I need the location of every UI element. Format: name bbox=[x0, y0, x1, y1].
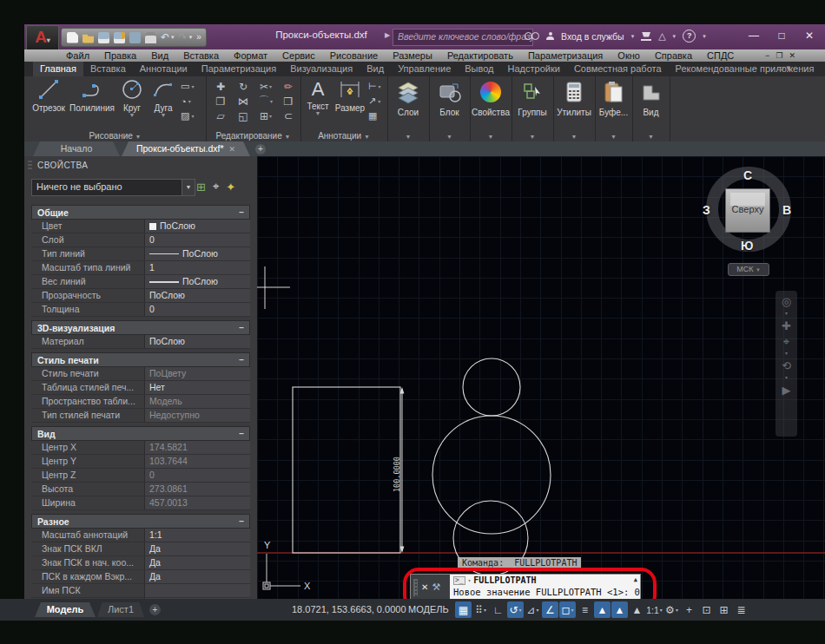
ribbon-tab[interactable]: Главная bbox=[33, 62, 83, 76]
property-row[interactable]: Таблица стилей печ...Нет bbox=[31, 381, 250, 395]
chevron-down-icon[interactable]: ▾ bbox=[673, 33, 676, 40]
collapse-icon[interactable]: − bbox=[239, 429, 244, 438]
doc-close-icon[interactable]: ✕ bbox=[789, 51, 795, 60]
chevron-down-icon[interactable]: ▾ bbox=[191, 113, 194, 119]
annotation-scale-button[interactable]: 1:1▾ bbox=[646, 601, 663, 618]
dim-style-button[interactable]: ⊢▾ bbox=[368, 79, 381, 94]
collapse-icon[interactable]: − bbox=[239, 207, 244, 217]
ellipse-button[interactable]: ◔▾ bbox=[181, 94, 194, 108]
help-search-input[interactable]: Введите ключевое слово/фразу bbox=[393, 29, 533, 46]
viewcube-south[interactable]: Ю bbox=[741, 239, 753, 253]
new-layout-button[interactable]: + bbox=[149, 604, 161, 615]
close-button[interactable]: ✕ bbox=[795, 25, 823, 46]
doc-minimize-icon[interactable]: − bbox=[765, 51, 769, 60]
showmotion-icon[interactable]: ▶ bbox=[782, 384, 791, 396]
chevron-down-icon[interactable]: ▾ bbox=[537, 607, 539, 613]
ribbon-tab[interactable]: Вывод bbox=[458, 62, 500, 76]
quick-select-icon[interactable]: ✦ bbox=[226, 181, 235, 194]
panel-label-draw[interactable]: Рисование ▼ bbox=[24, 131, 206, 141]
menu-item[interactable]: Правка bbox=[104, 50, 136, 61]
navigation-wheel-icon[interactable]: ◎ bbox=[782, 296, 791, 307]
property-row[interactable]: Высота273.0861 bbox=[31, 483, 250, 496]
menu-item[interactable]: Файл bbox=[66, 50, 89, 61]
chevron-down-icon[interactable]: ▾ bbox=[188, 98, 191, 104]
toggle-pickadd-icon[interactable]: ⊞ bbox=[196, 181, 206, 194]
property-row[interactable]: Слой0 bbox=[31, 233, 250, 247]
menu-item[interactable]: Вставка bbox=[183, 50, 219, 61]
ribbon-tab[interactable]: Аннотации bbox=[133, 62, 195, 76]
open-icon[interactable] bbox=[82, 32, 94, 43]
chevron-down-icon[interactable]: ▾ bbox=[379, 83, 381, 89]
chevron-down-icon[interactable]: ▼ bbox=[632, 134, 670, 140]
workspace-button[interactable]: ⚙▾ bbox=[663, 601, 680, 618]
scale-button[interactable]: ◱ bbox=[232, 108, 254, 123]
menu-item[interactable]: Формат bbox=[234, 50, 267, 61]
redo-icon[interactable]: ↷ bbox=[179, 32, 188, 43]
chevron-down-icon[interactable]: ▼ bbox=[553, 134, 595, 140]
model-space-label[interactable]: МОДЕЛЬ bbox=[408, 599, 449, 621]
chevron-down-icon[interactable]: ▼ bbox=[470, 134, 512, 140]
line-button[interactable]: Отрезок bbox=[30, 78, 68, 113]
zoom-icon[interactable]: ⌖ bbox=[783, 336, 789, 347]
save-as-icon[interactable] bbox=[114, 32, 125, 43]
chevron-down-icon[interactable]: ▾ bbox=[484, 607, 486, 613]
panel-view[interactable]: Вид ▼ bbox=[632, 76, 670, 141]
file-tab-start[interactable]: Начало bbox=[33, 141, 120, 156]
menu-item[interactable]: Окно bbox=[617, 50, 640, 61]
chevron-down-icon[interactable]: ▾ bbox=[171, 34, 175, 41]
rectangle-entity[interactable] bbox=[293, 387, 400, 553]
stretch-button[interactable]: ▱ bbox=[209, 108, 232, 123]
more-commands-icon[interactable]: » bbox=[196, 32, 201, 43]
menu-item[interactable]: Размеры bbox=[393, 50, 432, 61]
snap-button[interactable]: ⠿▾ bbox=[472, 601, 489, 618]
erase-button[interactable]: ✏ bbox=[277, 79, 300, 94]
polar-tracking-button[interactable]: ↺▾ bbox=[507, 601, 524, 618]
circle-middle[interactable] bbox=[432, 416, 551, 534]
property-row[interactable]: Толщина0 bbox=[31, 303, 250, 317]
panel-block[interactable]: Блок ▼ bbox=[429, 76, 471, 141]
customization-button[interactable]: ≣ bbox=[733, 601, 749, 618]
panel-groups[interactable]: Группы ▼ bbox=[512, 76, 554, 141]
search-flyout-icon[interactable]: ▶ bbox=[385, 31, 390, 39]
rectangle-button[interactable]: ▭▾ bbox=[181, 79, 194, 94]
sign-in-button[interactable]: Вход в службы bbox=[561, 31, 624, 42]
chevron-down-icon[interactable]: ▾ bbox=[519, 607, 522, 613]
crosshair-button[interactable]: + bbox=[681, 601, 697, 618]
collapse-icon[interactable]: − bbox=[239, 516, 244, 526]
ribbon-tab[interactable]: Параметризация bbox=[195, 62, 283, 76]
save-icon[interactable] bbox=[98, 32, 109, 43]
minimize-button[interactable]: — bbox=[740, 25, 768, 46]
doc-restore-icon[interactable]: ❐ bbox=[776, 51, 782, 60]
viewcube-top-face[interactable]: Сверху bbox=[725, 188, 770, 233]
viewcube-north[interactable]: С bbox=[743, 168, 752, 182]
close-icon[interactable]: ✕ bbox=[229, 145, 236, 154]
chevron-down-icon[interactable]: ▼ bbox=[149, 113, 177, 118]
panel-utilities[interactable]: Утилиты ▼ bbox=[553, 76, 596, 141]
file-tab-drawing[interactable]: Прокси-объекты.dxf*✕ bbox=[122, 141, 250, 156]
menu-item[interactable]: Вид bbox=[151, 50, 168, 61]
clean-screen-button[interactable]: ⊞ bbox=[716, 601, 732, 618]
menu-item[interactable]: Сервис bbox=[282, 50, 315, 61]
menu-item[interactable]: Параметризация bbox=[528, 50, 603, 61]
section-header[interactable]: Разное− bbox=[31, 514, 250, 529]
store-cart-icon[interactable] bbox=[641, 32, 651, 41]
ribbon-tab[interactable]: Вставка bbox=[83, 62, 133, 76]
property-row[interactable]: Тип линийПоСлою bbox=[31, 247, 250, 261]
annotation-monitor-button[interactable]: ▲ bbox=[629, 601, 645, 618]
property-row[interactable]: Тип стилей печатиНедоступно bbox=[31, 409, 250, 423]
chevron-down-icon[interactable]: ▾ bbox=[269, 113, 272, 119]
collapse-icon[interactable]: − bbox=[239, 355, 244, 365]
property-row[interactable]: Ширина457.0013 bbox=[31, 496, 250, 510]
ribbon-tab[interactable]: СПДС 2019 bbox=[821, 62, 825, 76]
viewcube-wcs-menu[interactable]: МСК ▼ bbox=[728, 263, 769, 276]
circle-top[interactable] bbox=[463, 358, 520, 416]
osnap-tracking-button[interactable]: ∠ bbox=[542, 601, 558, 618]
print-icon[interactable] bbox=[145, 32, 156, 43]
help-icon[interactable]: ? bbox=[683, 30, 696, 43]
chevron-down-icon[interactable]: ▾ bbox=[378, 98, 380, 104]
annotation-visibility-button[interactable]: ▲ bbox=[594, 601, 610, 618]
chevron-down-icon[interactable]: ▼ bbox=[116, 113, 148, 118]
ortho-button[interactable]: ∟ bbox=[490, 601, 506, 618]
annotation-autoscale-button[interactable]: ▲ bbox=[611, 601, 628, 618]
orbit-icon[interactable]: ⟲ bbox=[782, 360, 791, 371]
